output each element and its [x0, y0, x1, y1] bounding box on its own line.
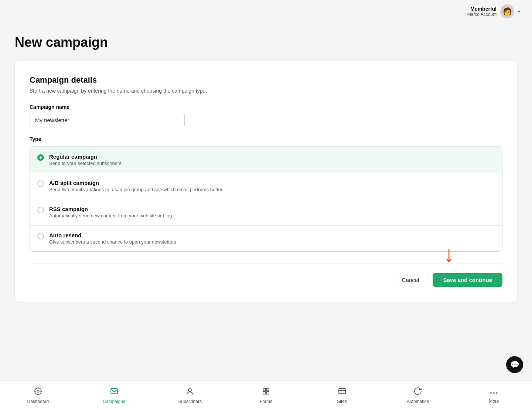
- svg-point-17: [496, 392, 498, 394]
- nav-label-more: More: [489, 399, 499, 404]
- option-title-ab: A/B split campaign: [49, 180, 222, 186]
- type-label: Type: [30, 136, 502, 142]
- option-desc-auto-resend: Give subscribers a second chance to open…: [49, 239, 176, 245]
- campaigns-icon: [110, 387, 118, 397]
- nav-label-sites: Sites: [337, 399, 347, 404]
- card-divider: [30, 263, 502, 264]
- svg-rect-8: [263, 388, 266, 391]
- avatar: 🧑: [500, 4, 514, 18]
- svg-rect-10: [263, 392, 266, 394]
- cancel-button[interactable]: Cancel: [393, 273, 429, 287]
- user-info: Memberful Marco Account: [467, 6, 497, 17]
- bottom-nav: Dashboard Campaigns Subscribers: [0, 380, 532, 410]
- save-continue-button[interactable]: Save and continue: [433, 273, 502, 287]
- more-icon: [490, 387, 498, 397]
- svg-point-16: [493, 392, 495, 394]
- card-actions: ↓ Cancel Save and continue: [30, 273, 502, 287]
- campaign-details-card: Campaign details Start a new campaign by…: [15, 61, 517, 302]
- app-name: Memberful: [467, 6, 497, 12]
- option-title-rss: RSS campaign: [49, 206, 172, 212]
- option-desc-regular: Send to your selected subscribers: [49, 161, 122, 166]
- nav-label-subscribers: Subscribers: [178, 399, 202, 404]
- nav-item-more[interactable]: More: [479, 385, 509, 407]
- nav-item-automation[interactable]: Automation: [403, 384, 433, 407]
- svg-rect-11: [266, 392, 269, 394]
- page-title: New campaign: [15, 35, 517, 50]
- type-option-auto-resend[interactable]: Auto resend Give subscribers a second ch…: [30, 225, 502, 251]
- radio-regular: [37, 154, 44, 161]
- chevron-down-icon: ▾: [518, 9, 520, 14]
- radio-rss: [37, 207, 44, 213]
- nav-label-forms: Forms: [260, 399, 272, 404]
- nav-label-campaigns: Campaigns: [103, 399, 125, 404]
- card-title: Campaign details: [30, 75, 502, 85]
- svg-point-1: [37, 390, 39, 392]
- option-desc-ab: Send two email variations to a sample gr…: [49, 187, 222, 192]
- sites-icon: [338, 387, 346, 397]
- option-title-regular: Regular campaign: [49, 154, 122, 160]
- svg-point-7: [188, 389, 191, 392]
- chat-bubble-icon: 💬: [510, 360, 519, 369]
- svg-point-15: [490, 392, 492, 394]
- campaign-name-label: Campaign name: [30, 104, 502, 110]
- nav-item-subscribers[interactable]: Subscribers: [175, 384, 205, 407]
- nav-item-dashboard[interactable]: Dashboard: [23, 384, 53, 407]
- radio-ab: [37, 180, 44, 187]
- svg-rect-9: [266, 388, 269, 391]
- nav-label-dashboard: Dashboard: [27, 399, 49, 404]
- radio-auto-resend: [37, 233, 44, 240]
- subscribers-icon: [186, 387, 194, 397]
- nav-item-forms[interactable]: Forms: [251, 384, 281, 407]
- nav-label-automation: Automation: [407, 399, 429, 404]
- type-option-rss[interactable]: RSS campaign Automatically send new cont…: [30, 199, 502, 225]
- chat-bubble-button[interactable]: 💬: [506, 356, 523, 373]
- user-menu[interactable]: Memberful Marco Account 🧑 ▾: [467, 4, 520, 18]
- campaign-name-input[interactable]: [30, 113, 185, 127]
- forms-icon: [262, 387, 270, 397]
- account-name: Marco Account: [467, 12, 497, 17]
- option-desc-rss: Automatically send new content from your…: [49, 213, 172, 218]
- top-bar: Memberful Marco Account 🧑 ▾: [0, 0, 532, 23]
- dashboard-icon: [34, 387, 42, 397]
- svg-rect-12: [339, 389, 345, 394]
- card-subtitle: Start a new campaign by entering the nam…: [30, 88, 502, 94]
- nav-item-campaigns[interactable]: Campaigns: [99, 384, 129, 407]
- option-title-auto-resend: Auto resend: [49, 232, 176, 238]
- nav-item-sites[interactable]: Sites: [327, 384, 357, 407]
- page-content: New campaign Campaign details Start a ne…: [0, 23, 532, 410]
- type-option-ab[interactable]: A/B split campaign Send two email variat…: [30, 173, 502, 199]
- type-option-regular[interactable]: Regular campaign Send to your selected s…: [30, 147, 502, 173]
- campaign-type-options: Regular campaign Send to your selected s…: [30, 147, 502, 252]
- svg-rect-6: [111, 389, 117, 394]
- automation-icon: [414, 387, 422, 397]
